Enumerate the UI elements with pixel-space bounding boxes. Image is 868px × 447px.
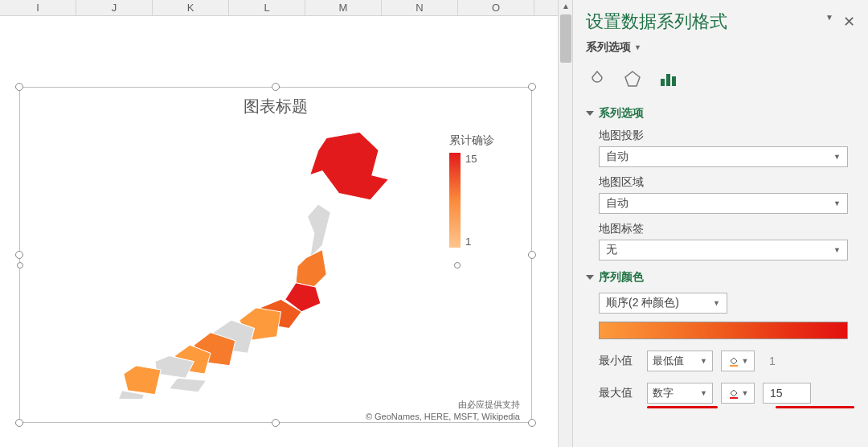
col-header[interactable]: L: [229, 0, 305, 15]
chart-object[interactable]: 图表标题: [19, 87, 532, 423]
svg-marker-2: [625, 72, 640, 86]
paint-bucket-icon: [727, 355, 740, 367]
map-chart[interactable]: [30, 125, 449, 399]
svg-rect-4: [666, 74, 670, 86]
min-value-row: 最小值 最低值▼ ▼ 1: [599, 351, 855, 371]
paint-bucket-icon: [727, 387, 740, 400]
max-type-select[interactable]: 数字▼: [647, 383, 713, 404]
max-label: 最大值: [599, 386, 639, 400]
legend-max: 15: [465, 153, 477, 165]
panel-options-dropdown[interactable]: ▼: [825, 13, 833, 31]
format-data-series-panel: 设置数据系列格式 ▼ ✕ 系列选项 ▼ 系列选项 地图投影 自动▼: [572, 0, 868, 447]
vertical-scrollbar[interactable]: ▲: [558, 0, 572, 447]
series-options-dropdown[interactable]: 系列选项 ▼: [586, 40, 855, 55]
col-header[interactable]: K: [153, 0, 229, 15]
close-icon[interactable]: ✕: [843, 13, 855, 31]
min-type-select[interactable]: 最低值▼: [647, 351, 713, 371]
spreadsheet-area: I J K L M N O 图表标题: [0, 0, 572, 447]
svg-rect-5: [672, 76, 676, 86]
col-header[interactable]: J: [76, 0, 153, 15]
max-value-input[interactable]: 15: [763, 383, 811, 404]
chart-title[interactable]: 图表标题: [20, 88, 531, 125]
map-area-label: 地图区域: [599, 175, 855, 190]
legend-min: 1: [465, 236, 477, 248]
resize-handle[interactable]: [15, 83, 23, 91]
col-header[interactable]: N: [382, 0, 458, 15]
annotation-underline: [776, 406, 854, 408]
series-color-section: 序列颜色 顺序(2 种颜色)▼ 最小值 最低值▼ ▼ 1 最大值 数字▼: [586, 270, 855, 404]
legend-gradient: [449, 153, 461, 248]
map-projection-label: 地图投影: [599, 129, 855, 143]
resize-handle[interactable]: [528, 419, 536, 427]
annotation-underline: [647, 406, 718, 408]
format-category-tabs: [586, 68, 855, 96]
map-labels-select[interactable]: 无▼: [599, 240, 848, 260]
series-options-tab[interactable]: [657, 68, 679, 90]
section-toggle[interactable]: 系列选项: [586, 106, 855, 121]
min-color-button[interactable]: ▼: [721, 351, 755, 371]
fill-line-tab[interactable]: [586, 68, 608, 90]
chart-plot-area[interactable]: 累计确诊 15 1: [20, 125, 531, 399]
map-projection-select[interactable]: 自动▼: [599, 146, 848, 167]
color-gradient-preview: [599, 322, 848, 339]
series-options-section: 系列选项 地图投影 自动▼ 地图区域 自动▼ 地图标签 无▼: [586, 106, 855, 260]
svg-rect-7: [730, 397, 738, 399]
panel-title: 设置数据系列格式: [586, 10, 727, 34]
col-header[interactable]: O: [458, 0, 534, 15]
japan-map-svg: [30, 125, 449, 399]
max-color-button[interactable]: ▼: [721, 383, 755, 404]
plot-resize-handle[interactable]: [17, 262, 23, 269]
resize-handle[interactable]: [272, 83, 280, 91]
svg-rect-3: [661, 79, 665, 86]
col-header[interactable]: M: [305, 0, 382, 15]
column-headers: I J K L M N O: [0, 0, 572, 16]
resize-handle[interactable]: [15, 419, 23, 427]
svg-rect-6: [730, 365, 738, 367]
sheet-body[interactable]: 图表标题: [0, 16, 572, 447]
legend-title: 累计确诊: [449, 133, 522, 148]
scroll-up-button[interactable]: ▲: [559, 0, 573, 14]
plot-resize-handle[interactable]: [454, 262, 461, 269]
min-value-display: 1: [763, 351, 811, 371]
scroll-thumb[interactable]: [560, 14, 571, 63]
max-value-row: 最大值 数字▼ ▼ 15: [599, 383, 855, 404]
section-toggle[interactable]: 序列颜色: [586, 270, 855, 285]
effects-tab[interactable]: [621, 68, 644, 90]
color-scheme-select[interactable]: 顺序(2 种颜色)▼: [599, 293, 727, 314]
map-labels-label: 地图标签: [599, 222, 855, 236]
chart-legend[interactable]: 累计确诊 15 1: [449, 125, 522, 399]
col-header[interactable]: I: [0, 0, 76, 15]
resize-handle[interactable]: [528, 83, 536, 91]
resize-handle[interactable]: [272, 419, 280, 427]
map-area-select[interactable]: 自动▼: [599, 193, 848, 214]
min-label: 最小值: [599, 354, 639, 368]
